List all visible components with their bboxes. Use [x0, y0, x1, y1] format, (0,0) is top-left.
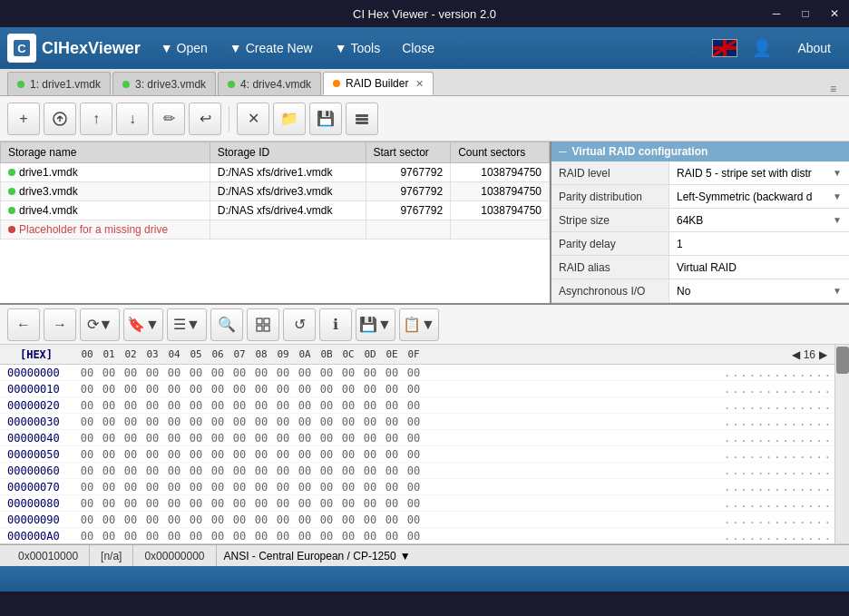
hex-byte[interactable]: 00 [381, 530, 403, 543]
hex-byte[interactable]: 00 [272, 367, 294, 379]
hex-byte[interactable]: 00 [185, 464, 207, 477]
hex-list-button[interactable]: ☰▼ [167, 308, 207, 341]
hex-byte[interactable]: 00 [142, 383, 163, 396]
hex-byte[interactable]: 00 [76, 481, 98, 494]
hex-byte[interactable]: 00 [229, 448, 250, 461]
hex-prev-icon[interactable]: ◀ [792, 348, 800, 361]
hex-byte[interactable]: 00 [316, 448, 337, 461]
hex-byte[interactable]: 00 [272, 432, 294, 445]
hex-byte[interactable]: 00 [381, 416, 403, 428]
hex-byte[interactable]: 00 [381, 448, 403, 461]
hex-byte[interactable]: 00 [120, 464, 142, 477]
hex-byte[interactable]: 00 [185, 530, 207, 543]
user-icon[interactable]: 👤 [741, 32, 783, 64]
hex-byte[interactable]: 00 [229, 513, 250, 526]
hex-byte[interactable]: 00 [403, 383, 424, 396]
hex-byte[interactable]: 00 [272, 513, 294, 526]
hex-byte[interactable]: 00 [207, 464, 229, 477]
hex-address[interactable]: 00000060 [0, 464, 73, 477]
hex-byte[interactable]: 00 [163, 497, 185, 510]
hex-byte[interactable]: 00 [359, 513, 381, 526]
hex-byte[interactable]: 00 [381, 481, 403, 494]
tab-close-raid[interactable]: ✕ [415, 78, 424, 90]
edit-button[interactable]: ✏ [152, 103, 185, 135]
hex-byte[interactable]: 00 [337, 383, 359, 396]
hex-next-icon[interactable]: ▶ [819, 348, 827, 361]
hex-byte[interactable]: 00 [250, 464, 272, 477]
hex-byte[interactable]: 00 [294, 530, 316, 543]
hex-refresh-button[interactable]: ↺ [283, 308, 316, 341]
hex-byte[interactable]: 00 [359, 481, 381, 494]
config-value[interactable]: RAID 5 - stripe set with distr▼ [669, 161, 849, 184]
menu-tools[interactable]: ▼ Tools [324, 32, 392, 64]
hex-byte[interactable]: 00 [316, 416, 337, 428]
move-up-button[interactable]: ↑ [80, 103, 112, 135]
hex-byte[interactable]: 00 [359, 530, 381, 543]
table-row[interactable]: drive3.vmdkD:/NAS xfs/drive3.vmdk9767792… [1, 182, 550, 201]
hex-byte[interactable]: 00 [98, 367, 120, 379]
hex-byte[interactable]: 00 [272, 416, 294, 428]
hex-byte[interactable]: 00 [185, 513, 207, 526]
hex-byte[interactable]: 00 [403, 464, 424, 477]
hex-byte[interactable]: 00 [403, 367, 424, 379]
hex-byte[interactable]: 00 [120, 513, 142, 526]
hex-byte[interactable]: 00 [272, 383, 294, 396]
encoding-dropdown[interactable]: ▼ [400, 550, 411, 562]
layers-button[interactable] [346, 103, 378, 135]
hex-byte[interactable]: 00 [359, 497, 381, 510]
hex-byte[interactable]: 00 [98, 530, 120, 543]
hex-copy-button[interactable]: 📋▼ [399, 308, 439, 341]
hex-byte[interactable]: 00 [272, 497, 294, 510]
hex-byte[interactable]: 00 [120, 399, 142, 412]
hex-byte[interactable]: 00 [163, 399, 185, 412]
hex-byte[interactable]: 00 [207, 481, 229, 494]
hex-byte[interactable]: 00 [403, 448, 424, 461]
hex-byte[interactable]: 00 [294, 497, 316, 510]
config-value[interactable]: 64KB▼ [669, 209, 849, 231]
hex-byte[interactable]: 00 [381, 464, 403, 477]
hex-byte[interactable]: 00 [229, 464, 250, 477]
hex-byte[interactable]: 00 [163, 481, 185, 494]
table-row[interactable]: drive4.vmdkD:/NAS xfs/drive4.vmdk9767792… [1, 201, 550, 220]
hex-byte[interactable]: 00 [98, 399, 120, 412]
hex-byte[interactable]: 00 [207, 416, 229, 428]
hex-byte[interactable]: 00 [250, 383, 272, 396]
hex-byte[interactable]: 00 [163, 416, 185, 428]
hex-byte[interactable]: 00 [229, 481, 250, 494]
hex-byte[interactable]: 00 [229, 416, 250, 428]
hex-save-button[interactable]: 💾▼ [356, 308, 395, 341]
hex-byte[interactable]: 00 [76, 416, 98, 428]
hex-grid-button[interactable] [247, 308, 279, 341]
save-button[interactable]: 💾 [309, 103, 342, 135]
hex-byte[interactable]: 00 [229, 432, 250, 445]
hex-byte[interactable]: 00 [229, 399, 250, 412]
hex-byte[interactable]: 00 [185, 416, 207, 428]
hex-byte[interactable]: 00 [142, 497, 163, 510]
hex-byte[interactable]: 00 [76, 497, 98, 510]
hex-byte[interactable]: 00 [142, 513, 163, 526]
hex-byte[interactable]: 00 [120, 448, 142, 461]
hex-info-button[interactable]: ℹ [319, 308, 352, 341]
hex-byte[interactable]: 00 [250, 530, 272, 543]
hex-byte[interactable]: 00 [381, 399, 403, 412]
hex-byte[interactable]: 00 [120, 481, 142, 494]
hex-byte[interactable]: 00 [185, 432, 207, 445]
hex-search-button[interactable]: 🔍 [210, 308, 243, 341]
config-value[interactable]: No▼ [669, 279, 849, 302]
hex-byte[interactable]: 00 [185, 399, 207, 412]
hex-byte[interactable]: 00 [250, 497, 272, 510]
hex-byte[interactable]: 00 [316, 513, 337, 526]
hex-byte[interactable]: 00 [163, 383, 185, 396]
hex-byte[interactable]: 00 [185, 481, 207, 494]
hex-byte[interactable]: 00 [250, 432, 272, 445]
hex-address[interactable]: 00000030 [0, 416, 73, 428]
hex-byte[interactable]: 00 [294, 416, 316, 428]
hex-byte[interactable]: 00 [98, 481, 120, 494]
hex-byte[interactable]: 00 [250, 448, 272, 461]
hex-byte[interactable]: 00 [207, 497, 229, 510]
hex-byte[interactable]: 00 [316, 464, 337, 477]
hex-address[interactable]: 000000A0 [0, 530, 73, 543]
hex-byte[interactable]: 00 [337, 367, 359, 379]
hex-byte[interactable]: 00 [142, 464, 163, 477]
hex-byte[interactable]: 00 [207, 399, 229, 412]
